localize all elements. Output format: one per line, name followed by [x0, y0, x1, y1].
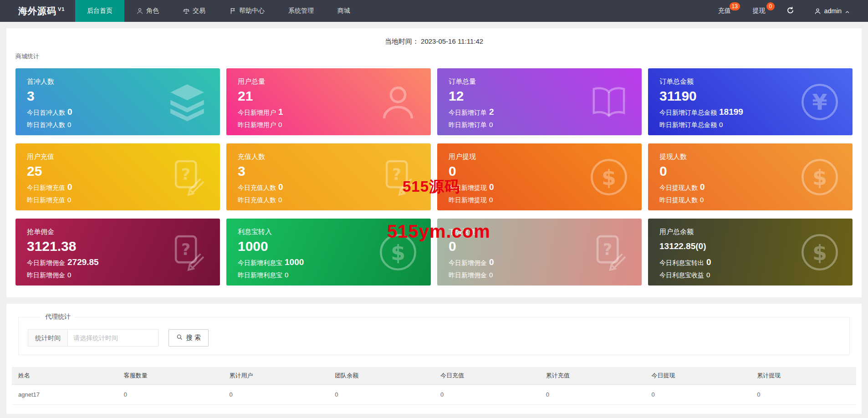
table-header-cell: 累计提现 [751, 367, 856, 385]
layers-icon [166, 81, 208, 123]
table-header-cell: 累计用户 [223, 367, 329, 385]
dollar-circle-icon: $ [799, 231, 841, 273]
stat-card-2: 订单总量12今日新增订单2昨日新增订单0 [437, 68, 642, 135]
card-today-value: 0 [67, 107, 72, 117]
stats-section-title: 商城统计 [15, 52, 853, 61]
stat-card-3: 订单总金额31190今日新增订单总金额18199昨日新增订单总金额0¥ [648, 68, 853, 135]
card-yesterday-label: 昨日新增提现 [449, 196, 487, 204]
local-time: 当地时间： 2023-05-16 11:11:42 [15, 36, 853, 47]
watermark-text: 515源码 [403, 177, 460, 197]
table-cell: 0 [751, 385, 856, 405]
search-icon [176, 334, 183, 342]
table-header-cell: 累计充值 [540, 367, 645, 385]
refresh-icon [786, 6, 794, 16]
card-today-value: 2729.85 [67, 257, 99, 267]
table-cell: 0 [434, 385, 540, 405]
nav-item-label: 商城 [337, 7, 350, 15]
card-today-value: 1 [278, 107, 283, 117]
nav-action-1[interactable]: 提现0 [742, 0, 776, 22]
svg-text:?: ? [181, 165, 190, 183]
agent-table-header: 姓名客服数量累计用户团队余额今日充值累计充值今日提现累计提现 [12, 367, 856, 385]
table-header-cell: 团队余额 [328, 367, 434, 385]
username: admin [824, 7, 842, 15]
nav-item-label: 交易 [193, 7, 205, 15]
top-navbar: 海外源码 V1 后台首页角色交易帮助中心系统管理商城 充值13提现0 admin [0, 0, 868, 22]
card-today-label: 今日提现人数 [659, 184, 698, 192]
doc-question-icon: ? [166, 231, 208, 273]
user-icon [377, 81, 419, 123]
stat-card-1: 用户总量21今日新增用户1昨日新增用户0 [226, 68, 431, 135]
svg-text:¥: ¥ [812, 90, 827, 115]
nav-item-5[interactable]: 商城 [326, 0, 362, 22]
card-today-value: 0 [489, 257, 494, 267]
table-header-cell: 姓名 [12, 367, 117, 385]
doc-question-icon: ? [588, 231, 630, 273]
notification-badge: 0 [766, 2, 775, 10]
nav-action-0[interactable]: 充值13 [707, 0, 742, 22]
card-today-value: 0 [489, 182, 494, 192]
agent-panel: 代理统计 统计时间 搜 索 姓名客服数量累计用户团队余额今日充值累计充值今日提现… [6, 304, 862, 414]
table-cell: 0 [117, 385, 223, 405]
card-yesterday-label: 昨日新增佣金 [27, 271, 65, 280]
svg-text:?: ? [392, 165, 401, 183]
nav-item-4[interactable]: 系统管理 [276, 0, 326, 22]
card-today-label: 今日利息宝转出 [659, 259, 704, 267]
card-yesterday-label: 昨日新增充值 [27, 196, 65, 204]
card-yesterday-label: 昨日提现人数 [659, 196, 698, 204]
card-yesterday-label: 昨日新增佣金 [449, 271, 487, 280]
card-today-value: 2 [489, 107, 494, 117]
agent-table-body: agnet170000000 [12, 385, 856, 405]
book-icon [588, 81, 630, 123]
doc-question-icon: ? [166, 156, 208, 198]
card-yesterday-value: 0 [285, 271, 288, 279]
card-today-label: 今日新增佣金 [27, 259, 65, 267]
nav-item-label: 角色 [146, 7, 159, 15]
app-logo[interactable]: 海外源码 V1 [0, 0, 75, 22]
stat-time-input[interactable] [67, 329, 158, 347]
notification-badge: 13 [730, 2, 740, 10]
svg-text:$: $ [391, 240, 405, 265]
main-menu: 后台首页角色交易帮助中心系统管理商城 [75, 0, 362, 22]
stat-card-5: 充值人数3今日充值人数0昨日充值人数0? [226, 143, 431, 210]
nav-item-3[interactable]: 帮助中心 [217, 0, 276, 22]
card-yesterday-value: 0 [278, 121, 282, 128]
stat-card-4: 用户充值25今日新增充值0昨日新增充值0? [15, 143, 220, 210]
card-yesterday-value: 0 [706, 271, 710, 279]
refresh-button[interactable] [776, 0, 804, 22]
table-row: agnet170000000 [12, 385, 856, 405]
card-yesterday-label: 昨日充值人数 [238, 196, 276, 204]
yen-circle-icon: ¥ [799, 81, 841, 123]
chevron-up-icon [845, 9, 850, 14]
card-yesterday-value: 0 [278, 196, 282, 204]
nav-item-2[interactable]: 交易 [171, 0, 217, 22]
search-button-label: 搜 索 [186, 334, 201, 342]
agent-table: 姓名客服数量累计用户团队余额今日充值累计充值今日提现累计提现 agnet1700… [12, 367, 856, 405]
table-header-cell: 今日充值 [434, 367, 540, 385]
nav-item-1[interactable]: 角色 [124, 0, 171, 22]
user-menu[interactable]: admin [804, 0, 868, 22]
nav-item-0[interactable]: 后台首页 [75, 0, 124, 22]
card-yesterday-value: 0 [67, 121, 71, 128]
card-today-label: 今日充值人数 [238, 184, 276, 192]
stat-card-0: 首冲人数3今日首冲人数0昨日首冲人数0 [15, 68, 220, 135]
table-cell: 0 [223, 385, 329, 405]
card-today-value: 18199 [719, 107, 743, 117]
search-button[interactable]: 搜 索 [168, 329, 209, 347]
stats-panel: 当地时间： 2023-05-16 11:11:42 商城统计 首冲人数3今日首冲… [6, 28, 862, 297]
user-icon [136, 7, 143, 15]
card-yesterday-label: 今日利息宝收益 [659, 271, 704, 280]
nav-item-label: 帮助中心 [239, 7, 265, 15]
watermark-url: 515ym.com [387, 221, 490, 242]
table-cell: 0 [328, 385, 434, 405]
table-header-cell: 客服数量 [117, 367, 223, 385]
stat-card-7: 提现人数0今日提现人数0昨日提现人数0$ [648, 143, 853, 210]
local-time-value: 2023-05-16 11:11:42 [421, 37, 483, 45]
nav-action-label: 充值 [718, 7, 731, 15]
card-yesterday-value: 0 [719, 121, 723, 128]
card-today-label: 今日新增利息宝 [238, 259, 282, 267]
stat-card-11: 用户总余额13122.85(0)今日利息宝转出0今日利息宝收益0$ [648, 219, 853, 285]
card-yesterday-label: 昨日新增订单 [449, 121, 487, 129]
svg-text:?: ? [603, 240, 612, 258]
navbar-right: 充值13提现0 admin [707, 0, 868, 22]
brand-version: V1 [58, 6, 65, 12]
